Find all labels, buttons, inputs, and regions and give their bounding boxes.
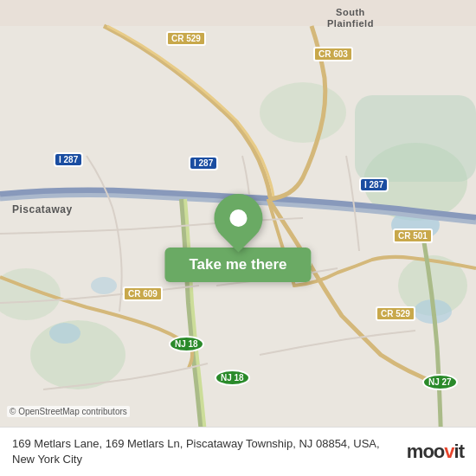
pin-dot xyxy=(229,209,247,227)
address-text: 169 Metlars Lane, 169 Metlars Ln, Piscat… xyxy=(12,436,398,467)
osm-attribution: © OpenStreetMap contributors xyxy=(7,406,130,417)
road-badge-i287-c: I 287 xyxy=(189,156,218,170)
road-badge-cr529-n: CR 529 xyxy=(166,31,206,46)
location-pin-icon xyxy=(203,183,272,252)
road-badge-nj27: NJ 27 xyxy=(422,374,458,390)
city-label-south-plainfield: SouthPlainfield xyxy=(327,7,374,29)
svg-rect-5 xyxy=(355,95,476,182)
road-badge-nj18-far: NJ 18 xyxy=(215,370,250,386)
road-badge-cr603: CR 603 xyxy=(313,47,353,61)
map-container: I 287 I 287 I 287 CR 529 CR 603 CR 529 C… xyxy=(0,0,476,476)
cta-overlay: Take me there xyxy=(164,194,311,282)
road-badge-cr529-far: CR 529 xyxy=(376,306,415,321)
bottom-bar: 169 Metlars Lane, 169 Metlars Ln, Piscat… xyxy=(0,427,476,476)
road-badge-nj18-s: NJ 18 xyxy=(169,336,204,352)
road-badge-i287-e: I 287 xyxy=(359,177,389,192)
svg-point-4 xyxy=(260,82,346,143)
svg-point-9 xyxy=(49,323,80,344)
svg-point-10 xyxy=(91,277,117,294)
road-badge-cr501: CR 501 xyxy=(393,228,433,243)
moovit-logo: moovit xyxy=(407,441,464,463)
moovit-logo-text: moovit xyxy=(407,441,464,463)
road-badge-i287-w: I 287 xyxy=(54,152,83,167)
road-badge-cr609: CR 609 xyxy=(123,286,163,301)
city-label-piscataway: Piscataway xyxy=(12,203,73,215)
